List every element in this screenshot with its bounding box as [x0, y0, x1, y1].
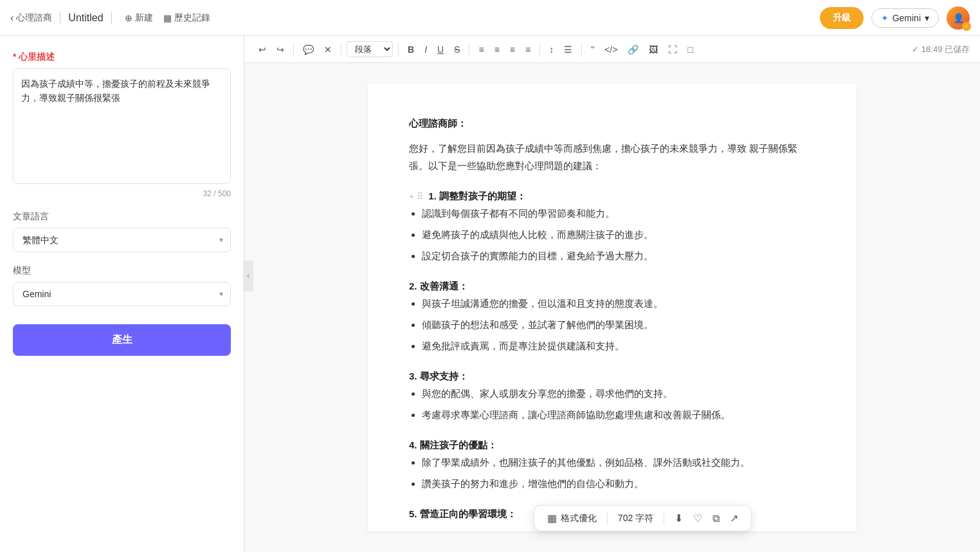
list-item: 與孩子坦誠溝通您的擔憂，但以溫和且支持的態度表達。: [422, 295, 815, 312]
lang-label: 文章語言: [13, 211, 231, 223]
model-section: 模型 Gemini GPT-4 ▾: [13, 265, 231, 306]
back-button[interactable]: ‹ 心理諮商: [10, 12, 52, 24]
quote-button[interactable]: ": [587, 42, 598, 57]
save-status: ✓ 18:49 已儲存: [912, 44, 970, 55]
link-button[interactable]: 🔗: [624, 42, 642, 57]
sidebar: * 心里描述 32 / 500 文章語言 繁體中文 簡體中文 English ▾…: [0, 36, 244, 552]
toolbar-sep4: [469, 43, 469, 56]
section-2-bullets: 與孩子坦誠溝通您的擔憂，但以溫和且支持的態度表達。 傾聽孩子的想法和感受，並試著…: [422, 295, 815, 354]
lang-select[interactable]: 繁體中文 簡體中文 English: [13, 228, 231, 252]
section-3: 3. 尋求支持： 與您的配偶、家人或朋友分享您的擔憂，尋求他們的支持。 考慮尋求…: [409, 367, 815, 423]
mind-desc-section: * 心里描述 32 / 500: [13, 51, 231, 198]
new-button[interactable]: ⊕ 新建: [125, 12, 153, 24]
list-item: 讚美孩子的努力和進步，增強他們的自信心和動力。: [422, 475, 815, 492]
list-item: 考慮尋求專業心理諮商，讓心理諮商師協助您處理焦慮和改善親子關係。: [422, 406, 815, 423]
gemini-label: Gemini: [893, 13, 921, 23]
history-label: 歷史記錄: [174, 12, 210, 24]
more-button[interactable]: □: [684, 42, 696, 57]
generate-button[interactable]: 產生: [13, 324, 231, 356]
gemini-button[interactable]: ✦ Gemini ▾: [871, 8, 939, 28]
paragraph-select[interactable]: 段落 標題1 標題2: [347, 41, 393, 57]
history-icon: ▦: [163, 13, 172, 23]
char-count: 32 / 500: [13, 189, 231, 198]
sidebar-collapse-handle[interactable]: ‹: [243, 261, 253, 291]
floating-toolbar: ▦ 格式優化 702 字符 ⬇ ♡ ⧉ ↗: [534, 505, 752, 531]
floating-sep1: [607, 513, 608, 524]
section-4-title: 4. 關注孩子的優點：: [409, 436, 815, 454]
topbar-actions: ⊕ 新建 ▦ 歷史記錄: [125, 12, 210, 24]
open-button[interactable]: ↗: [730, 512, 738, 524]
section-controls-1: + ⠿: [409, 189, 423, 205]
image-button[interactable]: 🖼: [645, 42, 662, 57]
new-label: 新建: [135, 12, 153, 24]
avatar[interactable]: 👤 ⚡: [947, 6, 970, 30]
align-justify-button[interactable]: ≡: [522, 42, 534, 57]
doc-title[interactable]: Untitled: [68, 12, 103, 24]
divider2: [111, 12, 112, 24]
list-item: 設定切合孩子的實際能力的目標，避免給予過大壓力。: [422, 247, 815, 264]
lang-section: 文章語言 繁體中文 簡體中文 English ▾: [13, 211, 231, 252]
editor-content-wrap: 心理諮商師： 您好，了解您目前因為孩子成績中等而感到焦慮，擔心孩子的未來競爭力，…: [244, 63, 980, 552]
section-3-bullets: 與您的配偶、家人或朋友分享您的擔憂，尋求他們的支持。 考慮尋求專業心理諮商，讓心…: [422, 385, 815, 423]
toolbar-sep6: [581, 43, 582, 56]
italic-button[interactable]: I: [421, 42, 431, 57]
new-icon: ⊕: [125, 13, 132, 23]
list-item: 除了學業成績外，也關注孩子的其他優點，例如品格、課外活動或社交能力。: [422, 454, 815, 471]
fullscreen-button[interactable]: ⛶: [664, 42, 681, 57]
comment-button[interactable]: 💬: [299, 42, 318, 57]
gemini-chevron-icon: ▾: [925, 13, 929, 23]
heart-button[interactable]: ♡: [693, 512, 702, 524]
format-icon: ▦: [547, 512, 557, 524]
line-height-button[interactable]: ↕: [545, 42, 558, 57]
list-item: 認識到每個孩子都有不同的學習節奏和能力。: [422, 205, 815, 222]
upgrade-button[interactable]: 升級: [820, 7, 864, 29]
redo-button[interactable]: ↪: [273, 42, 288, 57]
avatar-initials: 👤: [953, 13, 964, 23]
list-button[interactable]: ☰: [560, 42, 576, 57]
main-editor: ↩ ↪ 💬 ✕ 段落 標題1 標題2 B I U S ≡ ≡ ≡ ≡ ↕ ☰: [244, 36, 980, 552]
download-button[interactable]: ⬇: [675, 512, 683, 524]
strikethrough-button[interactable]: S: [450, 42, 464, 57]
toolbar-sep2: [341, 43, 341, 56]
undo-button[interactable]: ↩: [255, 42, 270, 57]
section-2: 2. 改善溝通： 與孩子坦誠溝通您的擔憂，但以溫和且支持的態度表達。 傾聽孩子的…: [409, 277, 815, 354]
gemini-star-icon: ✦: [881, 13, 889, 23]
toolbar-sep5: [540, 43, 540, 56]
align-left-button[interactable]: ≡: [475, 42, 487, 57]
model-select[interactable]: Gemini GPT-4: [13, 282, 231, 306]
align-right-button[interactable]: ≡: [506, 42, 519, 57]
list-item: 傾聽孩子的想法和感受，並試著了解他們的學業困境。: [422, 316, 815, 333]
editor-toolbar: ↩ ↪ 💬 ✕ 段落 標題1 標題2 B I U S ≡ ≡ ≡ ≡ ↕ ☰: [244, 36, 980, 63]
code-button[interactable]: </>: [601, 42, 621, 57]
copy-button[interactable]: ⧉: [712, 513, 720, 524]
list-item: 避免將孩子的成績與他人比較，而應關注孩子的進步。: [422, 226, 815, 243]
topbar-right: 升級 ✦ Gemini ▾ 👤 ⚡: [820, 6, 970, 30]
content-intro: 您好，了解您目前因為孩子成績中等而感到焦慮，擔心孩子的未來競爭力，導致 親子關係…: [409, 140, 815, 174]
floating-sep2: [664, 513, 664, 524]
back-label: 心理諮商: [16, 12, 52, 24]
section-1: + ⠿ 1. 調整對孩子的期望： 認識到每個孩子都有不同的學習節奏和能力。 避免…: [409, 187, 815, 264]
underline-button[interactable]: U: [433, 42, 448, 57]
section-4: 4. 關注孩子的優點： 除了學業成績外，也關注孩子的其他優點，例如品格、課外活動…: [409, 436, 815, 492]
mind-desc-textarea[interactable]: [13, 68, 231, 184]
list-item: 與您的配偶、家人或朋友分享您的擔憂，尋求他們的支持。: [422, 385, 815, 402]
history-button[interactable]: ▦ 歷史記錄: [163, 12, 210, 24]
list-item: 避免批評或責罵，而是專注於提供建議和支持。: [422, 337, 815, 354]
toolbar-sep1: [293, 43, 294, 56]
copy-icon: ⧉: [712, 513, 720, 524]
editor-content[interactable]: 心理諮商師： 您好，了解您目前因為孩子成績中等而感到焦慮，擔心孩子的未來競爭力，…: [368, 84, 857, 531]
topbar: ‹ 心理諮商 Untitled ⊕ 新建 ▦ 歷史記錄 升級 ✦ Gemini …: [0, 0, 980, 36]
model-select-wrapper: Gemini GPT-4 ▾: [13, 282, 231, 306]
add-icon[interactable]: +: [409, 189, 414, 205]
model-label: 模型: [13, 265, 231, 277]
format-label: 格式優化: [561, 513, 597, 524]
bold-button[interactable]: B: [404, 42, 418, 57]
heart-icon: ♡: [693, 512, 702, 524]
topbar-left: ‹ 心理諮商 Untitled ⊕ 新建 ▦ 歷史記錄: [10, 12, 210, 24]
section-2-title: 2. 改善溝通：: [409, 277, 815, 295]
align-center-button[interactable]: ≡: [491, 42, 504, 57]
format-optimize-button[interactable]: ▦ 格式優化: [547, 512, 597, 524]
clear-format-button[interactable]: ✕: [320, 42, 336, 57]
section-1-header: + ⠿ 1. 調整對孩子的期望：: [409, 187, 815, 205]
drag-icon[interactable]: ⠿: [417, 189, 423, 205]
